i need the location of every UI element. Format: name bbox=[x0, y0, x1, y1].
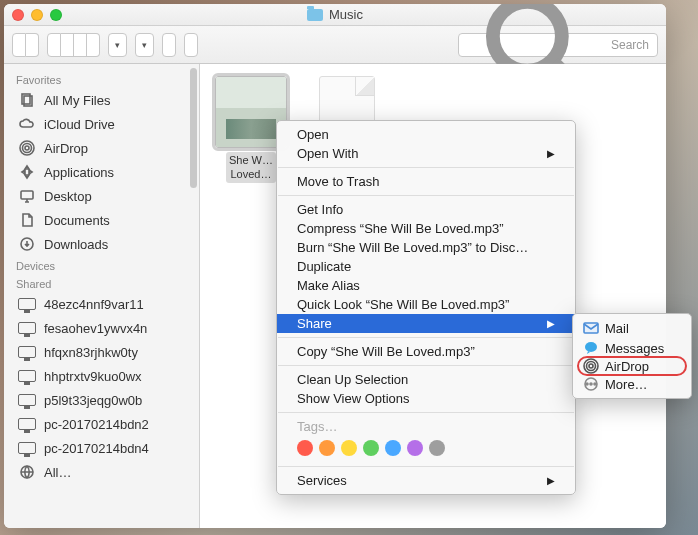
computer-icon bbox=[18, 295, 36, 313]
sidebar-item-shared-1[interactable]: fesaohev1ywvx4n bbox=[4, 316, 199, 340]
menu-item-duplicate[interactable]: Duplicate bbox=[277, 257, 575, 276]
submenu-arrow-icon: ▶ bbox=[547, 148, 555, 159]
menu-separator bbox=[278, 167, 574, 168]
cloud-icon bbox=[18, 115, 36, 133]
mail-icon bbox=[583, 320, 599, 336]
menu-item-share[interactable]: Share▶ bbox=[277, 314, 575, 333]
sidebar-item-applications[interactable]: Applications bbox=[4, 160, 199, 184]
close-window-button[interactable] bbox=[12, 9, 24, 21]
computer-icon bbox=[18, 391, 36, 409]
menu-item-get-info[interactable]: Get Info bbox=[277, 200, 575, 219]
computer-icon bbox=[18, 415, 36, 433]
menu-item-trash[interactable]: Move to Trash bbox=[277, 172, 575, 191]
menu-item-burn[interactable]: Burn “She Will Be Loved.mp3” to Disc… bbox=[277, 238, 575, 257]
menu-item-show-view-options[interactable]: Show View Options bbox=[277, 389, 575, 408]
sidebar-item-airdrop[interactable]: AirDrop bbox=[4, 136, 199, 160]
svg-point-23 bbox=[587, 362, 596, 371]
airdrop-icon bbox=[18, 139, 36, 157]
view-columns-button[interactable] bbox=[74, 33, 87, 57]
share-item-more[interactable]: More… bbox=[573, 374, 691, 394]
sidebar: Favorites All My Files iCloud Drive AirD… bbox=[4, 64, 200, 528]
back-button[interactable] bbox=[12, 33, 26, 57]
sidebar-scrollbar[interactable] bbox=[190, 68, 197, 188]
svg-rect-20 bbox=[584, 323, 598, 333]
menu-item-compress[interactable]: Compress “She Will Be Loved.mp3” bbox=[277, 219, 575, 238]
svg-point-14 bbox=[25, 146, 29, 150]
sidebar-item-desktop[interactable]: Desktop bbox=[4, 184, 199, 208]
view-icons-button[interactable] bbox=[47, 33, 61, 57]
computer-icon bbox=[18, 439, 36, 457]
tag-green[interactable] bbox=[363, 440, 379, 456]
sidebar-item-icloud[interactable]: iCloud Drive bbox=[4, 112, 199, 136]
menu-item-cleanup[interactable]: Clean Up Selection bbox=[277, 370, 575, 389]
tag-blue[interactable] bbox=[385, 440, 401, 456]
menu-item-make-alias[interactable]: Make Alias bbox=[277, 276, 575, 295]
action-button[interactable]: ▾ bbox=[135, 33, 154, 57]
svg-point-27 bbox=[594, 383, 596, 385]
sidebar-item-shared-5[interactable]: pc-20170214bdn2 bbox=[4, 412, 199, 436]
sidebar-item-shared-0[interactable]: 48ezc4nnf9var11 bbox=[4, 292, 199, 316]
menu-separator bbox=[278, 195, 574, 196]
context-menu: Open Open With▶ Move to Trash Get Info C… bbox=[276, 120, 576, 495]
arrange-button[interactable]: ▾ bbox=[108, 33, 127, 57]
sidebar-item-documents[interactable]: Documents bbox=[4, 208, 199, 232]
share-item-messages[interactable]: Messages bbox=[573, 338, 691, 358]
tag-gray[interactable] bbox=[429, 440, 445, 456]
share-item-airdrop[interactable]: AirDrop bbox=[577, 356, 687, 376]
more-icon bbox=[583, 376, 599, 392]
all-files-icon bbox=[18, 91, 36, 109]
svg-point-21 bbox=[585, 342, 597, 352]
sidebar-item-all-my-files[interactable]: All My Files bbox=[4, 88, 199, 112]
tags-button[interactable] bbox=[184, 33, 198, 57]
search-field[interactable]: Search bbox=[458, 33, 658, 57]
menu-item-services[interactable]: Services▶ bbox=[277, 471, 575, 490]
sidebar-item-downloads[interactable]: Downloads bbox=[4, 232, 199, 256]
svg-point-22 bbox=[589, 364, 593, 368]
share-submenu: Mail Messages AirDrop More… bbox=[572, 313, 692, 399]
menu-item-tags-label: Tags… bbox=[277, 417, 575, 436]
menu-item-open-with[interactable]: Open With▶ bbox=[277, 144, 575, 163]
forward-button[interactable] bbox=[26, 33, 39, 57]
share-item-mail[interactable]: Mail bbox=[573, 318, 691, 338]
minimize-window-button[interactable] bbox=[31, 9, 43, 21]
menu-item-open[interactable]: Open bbox=[277, 125, 575, 144]
airdrop-icon bbox=[583, 358, 599, 374]
sidebar-header-shared: Shared bbox=[4, 274, 199, 292]
downloads-icon bbox=[18, 235, 36, 253]
file-name: She W… Loved… bbox=[226, 152, 276, 183]
tags-row bbox=[277, 436, 575, 462]
sidebar-item-shared-3[interactable]: hhptrxtv9kuo0wx bbox=[4, 364, 199, 388]
menu-separator bbox=[278, 466, 574, 467]
apps-icon bbox=[18, 163, 36, 181]
desktop-icon bbox=[18, 187, 36, 205]
view-list-button[interactable] bbox=[61, 33, 74, 57]
menu-item-quick-look[interactable]: Quick Look “She Will Be Loved.mp3” bbox=[277, 295, 575, 314]
sidebar-header-favorites: Favorites bbox=[4, 70, 199, 88]
menu-separator bbox=[278, 365, 574, 366]
documents-icon bbox=[18, 211, 36, 229]
sidebar-item-shared-2[interactable]: hfqxn83rjhkw0ty bbox=[4, 340, 199, 364]
sidebar-item-shared-all[interactable]: All… bbox=[4, 460, 199, 484]
submenu-arrow-icon: ▶ bbox=[547, 318, 555, 329]
tag-yellow[interactable] bbox=[341, 440, 357, 456]
window-title: Music bbox=[329, 7, 363, 22]
globe-icon bbox=[18, 463, 36, 481]
view-coverflow-button[interactable] bbox=[87, 33, 100, 57]
svg-point-25 bbox=[586, 383, 588, 385]
sidebar-header-devices: Devices bbox=[4, 256, 199, 274]
svg-point-15 bbox=[23, 144, 32, 153]
computer-icon bbox=[18, 367, 36, 385]
toolbar: ▾ ▾ Search bbox=[4, 26, 666, 64]
tag-red[interactable] bbox=[297, 440, 313, 456]
tag-orange[interactable] bbox=[319, 440, 335, 456]
folder-icon bbox=[307, 9, 323, 21]
zoom-window-button[interactable] bbox=[50, 9, 62, 21]
menu-item-copy[interactable]: Copy “She Will Be Loved.mp3” bbox=[277, 342, 575, 361]
menu-separator bbox=[278, 412, 574, 413]
svg-rect-17 bbox=[21, 191, 33, 199]
sidebar-item-shared-4[interactable]: p5l9t33jeqg0w0b bbox=[4, 388, 199, 412]
tag-purple[interactable] bbox=[407, 440, 423, 456]
window-controls bbox=[12, 9, 62, 21]
sidebar-item-shared-6[interactable]: pc-20170214bdn4 bbox=[4, 436, 199, 460]
share-button[interactable] bbox=[162, 33, 176, 57]
